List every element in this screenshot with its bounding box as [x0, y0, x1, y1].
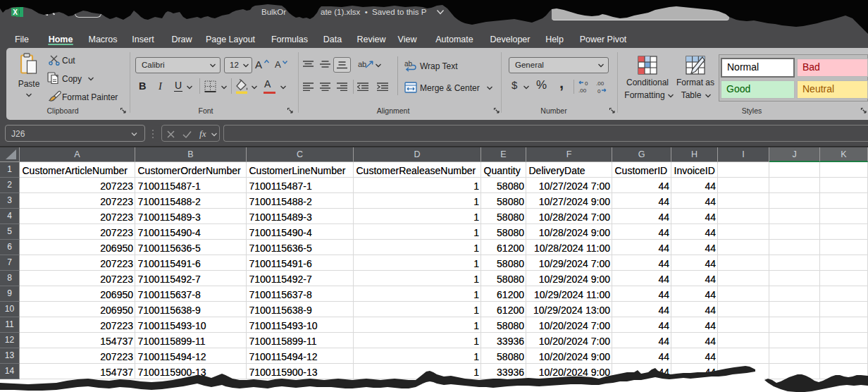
svg-text:0: 0: [585, 80, 588, 87]
svg-text:.00: .00: [596, 80, 604, 87]
svg-text:0: 0: [597, 88, 601, 94]
svg-text:ab: ab: [404, 60, 413, 68]
svg-text:.00: .00: [578, 87, 587, 94]
